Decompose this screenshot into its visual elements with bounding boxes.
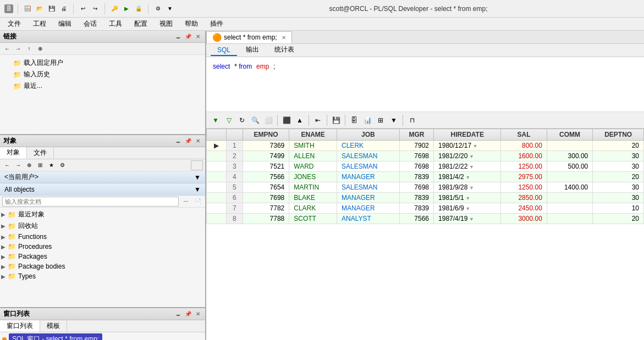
lock-btn[interactable]: 🔒 <box>134 4 144 14</box>
conn-close-btn[interactable]: ✕ <box>194 33 202 41</box>
user-selector[interactable]: <当前用户> ▼ <box>0 171 205 183</box>
open-btn[interactable]: 📂 <box>35 4 45 14</box>
conn-item-history[interactable]: 📁 输入历史 <box>4 69 201 80</box>
sql-window-tab[interactable]: 🟠 select * from emp; ✕ <box>206 31 292 43</box>
res-grid-btn[interactable]: ⊞ <box>375 114 387 126</box>
col-job[interactable]: JOB <box>337 129 400 141</box>
conn-add-btn[interactable]: ⊕ <box>35 44 45 54</box>
winlist-pin-btn[interactable]: 📌 <box>184 310 192 318</box>
res-dropdown-btn[interactable]: ▼ <box>388 114 400 126</box>
res-nav-btn[interactable]: ⇤ <box>312 114 324 126</box>
all-objects-selector[interactable]: All objects ▼ <box>0 183 205 196</box>
undo-btn[interactable]: ↩ <box>78 4 88 14</box>
obj-tab-objects[interactable]: 对象 <box>0 147 27 159</box>
menu-file[interactable]: 文件 <box>2 18 26 30</box>
obj-settings-btn[interactable]: ⚙ <box>57 160 67 170</box>
hiredate-cell: 1981/5/1 ▼ <box>434 193 501 203</box>
obj-pin-btn[interactable]: 📌 <box>184 137 192 145</box>
sql-content-tab-sql[interactable]: SQL <box>211 45 237 56</box>
col-deptno[interactable]: DEPTNO <box>593 129 644 141</box>
search-dots-btn[interactable]: ··· <box>181 197 191 207</box>
res-save-btn[interactable]: 💾 <box>330 114 342 126</box>
winlist-minimize-btn[interactable]: 🗕 <box>174 310 182 318</box>
sql-tab-close[interactable]: ✕ <box>282 35 286 41</box>
redo-btn[interactable]: ↪ <box>90 4 100 14</box>
tree-item-recycle[interactable]: ▶ 📁 回收站 <box>1 220 204 232</box>
menu-session[interactable]: 会话 <box>78 18 102 30</box>
col-mgr[interactable]: MGR <box>399 129 433 141</box>
res-up-btn[interactable]: ▲ <box>294 114 306 126</box>
key-btn[interactable]: 🔑 <box>109 4 119 14</box>
col-sal[interactable]: SAL <box>501 129 547 141</box>
table-row[interactable]: 67698BLAKEMANAGER78391981/5/1 ▼2850.0030 <box>207 193 644 203</box>
obj-close-btn[interactable]: ✕ <box>194 137 202 145</box>
table-row[interactable]: 37521WARDSALESMAN76981981/2/22 ▼1250.005… <box>207 161 644 172</box>
winlist-item[interactable]: SQL 窗口 - select * from emp; <box>9 333 102 340</box>
winlist-tab-template[interactable]: 模板 <box>40 320 67 332</box>
conn-up-btn[interactable]: ↑ <box>24 44 34 54</box>
res-table-btn[interactable]: ⬛ <box>280 114 293 126</box>
tree-item-pkgbodies[interactable]: ▶ 📁 Package bodies <box>1 261 204 271</box>
sql-content-tab-stats[interactable]: 统计表 <box>268 44 301 57</box>
conn-item-recent[interactable]: 📁 最近... <box>4 80 201 92</box>
search-new-btn[interactable]: 📄 <box>193 197 203 207</box>
tree-item-procedures[interactable]: ▶ 📁 Procedures <box>1 242 204 252</box>
obj-grid-btn[interactable]: ⊞ <box>35 160 45 170</box>
res-funnel-btn[interactable]: ⊓ <box>406 114 418 126</box>
menu-edit[interactable]: 编辑 <box>53 18 77 30</box>
editor-area[interactable]: select * from emp ; <box>206 57 644 112</box>
table-row[interactable]: ▶17369SMITHCLERK79021980/12/17 ▼800.0020 <box>207 141 644 151</box>
conn-pin-btn[interactable]: 📌 <box>184 33 192 41</box>
menu-view[interactable]: 视图 <box>154 18 178 30</box>
res-filter2-btn[interactable]: ▽ <box>223 114 235 126</box>
winlist-close-btn[interactable]: ✕ <box>194 310 202 318</box>
print-btn[interactable]: 🖨 <box>59 4 69 14</box>
conn-minimize-btn[interactable]: 🗕 <box>174 33 182 41</box>
settings-btn[interactable]: ⚙ <box>153 4 163 14</box>
tree-item-functions[interactable]: ▶ 📁 Functions <box>1 232 204 242</box>
tree-item-recent[interactable]: ▶ 📁 最近对象 <box>1 209 204 220</box>
obj-tab-files[interactable]: 文件 <box>27 147 54 159</box>
table-row[interactable]: 87788SCOTTANALYST75661987/4/19 ▼3000.002… <box>207 214 644 224</box>
res-sep3 <box>327 115 327 126</box>
dropdown-btn[interactable]: ▼ <box>165 4 175 14</box>
conn-forward-btn[interactable]: → <box>13 44 23 54</box>
obj-add-btn[interactable]: ⊕ <box>24 160 34 170</box>
menu-config[interactable]: 配置 <box>129 18 153 30</box>
search-input[interactable] <box>2 197 179 207</box>
res-db-btn[interactable]: 🗄 <box>348 114 360 126</box>
col-ename[interactable]: ENAME <box>289 129 337 141</box>
col-empno[interactable]: EMPNO <box>243 129 289 141</box>
conn-item-fixed[interactable]: 📁 载入固定用户 <box>4 57 201 69</box>
obj-expand-btn[interactable] <box>191 160 203 170</box>
conn-back-btn[interactable]: ← <box>2 44 12 54</box>
play-btn[interactable]: ▶ <box>122 4 131 14</box>
winlist-tab-list[interactable]: 窗口列表 <box>0 320 40 332</box>
obj-forward-btn[interactable]: → <box>13 160 23 170</box>
save-btn[interactable]: 💾 <box>47 4 57 14</box>
res-clear-btn[interactable]: ⬜ <box>262 114 274 126</box>
sql-content-tab-output[interactable]: 输出 <box>239 44 266 57</box>
res-chart-btn[interactable]: 📊 <box>361 114 373 126</box>
table-row[interactable]: 47566JONESMANAGER78391981/4/2 ▼2975.0020 <box>207 172 644 182</box>
col-hiredate[interactable]: HIREDATE <box>434 129 501 141</box>
obj-minimize-btn[interactable]: 🗕 <box>174 137 182 145</box>
new-btn[interactable]: 🪟 <box>23 4 32 14</box>
col-comm[interactable]: COMM <box>547 129 592 141</box>
res-refresh-btn[interactable]: ↻ <box>236 114 248 126</box>
obj-star-btn[interactable]: ★ <box>46 160 56 170</box>
menu-help[interactable]: 帮助 <box>179 18 203 30</box>
row-num-cell: 2 <box>226 151 243 161</box>
menu-plugin[interactable]: 插件 <box>205 18 229 30</box>
results-grid[interactable]: EMPNO ENAME JOB MGR HIREDATE SAL COMM DE… <box>206 129 644 340</box>
menu-project[interactable]: 工程 <box>27 18 52 30</box>
table-row[interactable]: 27499ALLENSALESMAN76981981/2/20 ▼1600.00… <box>207 151 644 161</box>
table-row[interactable]: 57654MARTINSALESMAN76981981/9/28 ▼1250.0… <box>207 182 644 193</box>
res-filter-btn[interactable]: ▼ <box>210 114 222 126</box>
res-find-btn[interactable]: 🔍 <box>249 114 261 126</box>
menu-tools[interactable]: 工具 <box>103 18 128 30</box>
obj-back-btn[interactable]: ← <box>2 160 12 170</box>
tree-item-types[interactable]: ▶ 📁 Types <box>1 271 204 281</box>
tree-item-packages[interactable]: ▶ 📁 Packages <box>1 252 204 261</box>
table-row[interactable]: 77782CLARKMANAGER78391981/6/9 ▼2450.0010 <box>207 203 644 214</box>
